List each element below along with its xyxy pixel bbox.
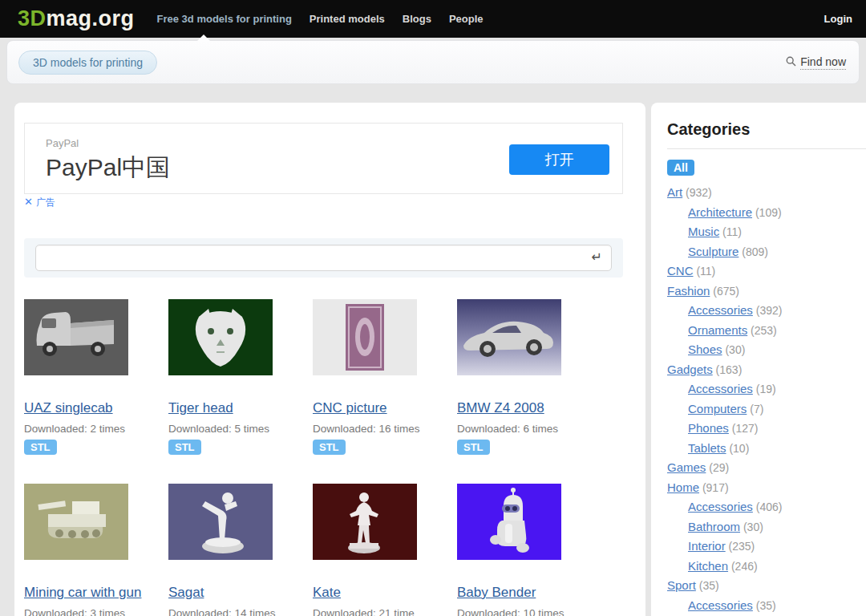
category-link[interactable]: Art bbox=[667, 185, 682, 199]
site-logo[interactable]: 3Dmag.org bbox=[18, 6, 135, 31]
login-link[interactable]: Login bbox=[824, 13, 852, 25]
model-downloads: Downloaded: 3 times bbox=[24, 607, 168, 616]
category-count: (235) bbox=[726, 540, 755, 553]
category-link[interactable]: Ornaments bbox=[688, 323, 747, 337]
nav-item-free-models[interactable]: Free 3d models for printing bbox=[157, 13, 292, 25]
category-item: Music (11) bbox=[667, 222, 866, 242]
category-link[interactable]: Accessories bbox=[688, 598, 753, 612]
format-badge-stl[interactable]: STL bbox=[168, 440, 201, 455]
category-item: Ornaments (253) bbox=[667, 321, 866, 341]
category-link[interactable]: CNC bbox=[667, 264, 694, 278]
model-thumbnail-mining-car[interactable] bbox=[24, 484, 128, 560]
model-title-link[interactable]: CNC picture bbox=[313, 399, 387, 417]
category-link[interactable]: Accessories bbox=[688, 303, 753, 317]
category-link[interactable]: Computers bbox=[688, 402, 747, 415]
category-link[interactable]: Kitchen bbox=[688, 559, 728, 573]
model-title-link[interactable]: BMW Z4 2008 bbox=[457, 399, 544, 417]
model-thumbnail-uaz[interactable] bbox=[24, 299, 128, 375]
ad-badge-label[interactable]: 广告 bbox=[36, 197, 55, 208]
category-link[interactable]: Sport bbox=[667, 578, 696, 592]
category-count: (809) bbox=[739, 245, 768, 258]
category-item: Architecture (109) bbox=[667, 203, 866, 223]
category-link[interactable]: Shoes bbox=[688, 342, 722, 356]
nav-item-blogs[interactable]: Blogs bbox=[403, 13, 431, 25]
nav-item-people[interactable]: People bbox=[449, 13, 484, 25]
category-link[interactable]: Phones bbox=[688, 421, 729, 435]
category-count: (30) bbox=[740, 521, 763, 533]
category-item: Art (932) bbox=[667, 183, 866, 203]
model-downloads: Downloaded: 14 times bbox=[168, 607, 313, 616]
model-card: BMW Z4 2008 Downloaded: 6 times STL bbox=[457, 299, 601, 455]
model-thumbnail-cnc[interactable] bbox=[313, 299, 417, 375]
search-input[interactable] bbox=[35, 245, 612, 271]
model-title-link[interactable]: Sagat bbox=[168, 584, 204, 602]
category-item: CNC (11) bbox=[667, 261, 866, 282]
active-filter-tag[interactable]: 3D models for printing bbox=[18, 51, 157, 75]
category-count: (19) bbox=[753, 383, 776, 395]
content-area: PayPal PayPal中国 打开 ✕广告 ↵ bbox=[14, 103, 866, 616]
category-link[interactable]: Accessories bbox=[688, 500, 753, 513]
category-item: Home (917) bbox=[667, 478, 866, 498]
categories-title: Categories bbox=[667, 120, 866, 149]
model-thumbnail-baby-bender[interactable] bbox=[457, 484, 561, 560]
model-card: UAZ singlecab Downloaded: 2 times STL bbox=[24, 299, 168, 455]
filter-strip: 3D models for printing Find now bbox=[6, 40, 860, 84]
model-thumbnail-kate[interactable] bbox=[313, 484, 417, 560]
category-count: (109) bbox=[752, 206, 782, 219]
category-item: Sculpture (809) bbox=[667, 242, 866, 262]
category-link[interactable]: Interior bbox=[688, 539, 726, 553]
category-link[interactable]: Home bbox=[667, 480, 699, 494]
category-item: Accessories (406) bbox=[667, 497, 866, 517]
model-thumbnail-tiger[interactable] bbox=[168, 299, 273, 375]
category-item: Bathroom (30) bbox=[667, 517, 866, 537]
category-item: Kitchen (246) bbox=[667, 557, 866, 577]
category-link[interactable]: Music bbox=[688, 225, 719, 238]
model-downloads: Downloaded: 5 times bbox=[168, 423, 313, 435]
model-title-link[interactable]: Kate bbox=[313, 584, 341, 602]
category-link[interactable]: Fashion bbox=[667, 284, 710, 298]
category-item: Phones (127) bbox=[667, 419, 866, 439]
model-card: Tiger head Downloaded: 5 times STL bbox=[168, 299, 313, 455]
ad-open-button[interactable]: 打开 bbox=[509, 144, 609, 175]
format-badge-stl[interactable]: STL bbox=[457, 440, 490, 455]
search-icon bbox=[786, 55, 796, 70]
enter-key-icon: ↵ bbox=[592, 249, 602, 265]
model-thumbnail-bmw[interactable] bbox=[457, 299, 561, 375]
format-badge-stl[interactable]: STL bbox=[24, 440, 57, 455]
category-count: (11) bbox=[694, 265, 716, 278]
category-link[interactable]: Accessories bbox=[688, 382, 753, 395]
category-link[interactable]: Sculpture bbox=[688, 245, 739, 258]
main-nav: Free 3d models for printing Printed mode… bbox=[157, 13, 484, 25]
model-grid: UAZ singlecab Downloaded: 2 times STL Ti… bbox=[24, 299, 623, 616]
category-count: (163) bbox=[713, 363, 743, 376]
format-badge-stl[interactable]: STL bbox=[313, 440, 346, 455]
category-item: Accessories (19) bbox=[667, 379, 866, 399]
nav-item-printed-models[interactable]: Printed models bbox=[310, 13, 385, 25]
ad-close-icon[interactable]: ✕ bbox=[24, 196, 33, 208]
model-card: CNC picture Downloaded: 16 times STL bbox=[313, 299, 457, 455]
model-downloads: Downloaded: 16 times bbox=[313, 423, 457, 435]
category-item: Computers (7) bbox=[667, 399, 866, 419]
category-link[interactable]: Architecture bbox=[688, 205, 752, 219]
category-count: (917) bbox=[699, 481, 729, 494]
model-title-link[interactable]: Mining car with gun bbox=[24, 584, 141, 602]
category-link[interactable]: Gadgets bbox=[667, 363, 713, 376]
category-item: Accessories (35) bbox=[667, 596, 866, 616]
category-link[interactable]: Games bbox=[667, 460, 706, 474]
model-title-link[interactable]: UAZ singlecab bbox=[24, 399, 113, 417]
category-count: (246) bbox=[728, 560, 758, 573]
category-item: Interior (235) bbox=[667, 537, 866, 557]
model-title-link[interactable]: Baby Bender bbox=[457, 584, 536, 602]
category-all-badge[interactable]: All bbox=[667, 160, 694, 176]
category-count: (253) bbox=[747, 324, 777, 337]
model-thumbnail-sagat[interactable] bbox=[168, 484, 273, 560]
model-downloads: Downloaded: 10 times bbox=[457, 607, 601, 616]
model-card: Kate Downloaded: 21 time STL bbox=[313, 484, 457, 616]
category-link[interactable]: Tablets bbox=[688, 441, 726, 455]
category-link[interactable]: Bathroom bbox=[688, 520, 740, 533]
find-now-link[interactable]: Find now bbox=[786, 55, 846, 70]
category-item: Tablets (10) bbox=[667, 439, 866, 459]
find-now-label: Find now bbox=[800, 55, 846, 70]
model-title-link[interactable]: Tiger head bbox=[168, 399, 233, 417]
category-count: (7) bbox=[747, 403, 763, 415]
